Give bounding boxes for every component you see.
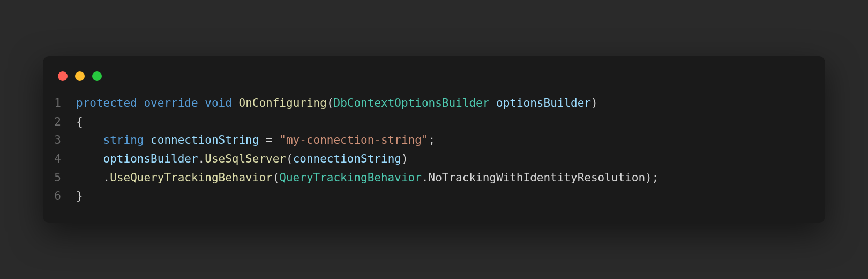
code-line: 2 { xyxy=(43,113,825,131)
window-titlebar xyxy=(43,71,825,94)
line-number: 3 xyxy=(43,131,76,150)
line-number: 5 xyxy=(43,168,76,187)
code-line: 5 .UseQueryTrackingBehavior(QueryTrackin… xyxy=(43,168,825,187)
code-line: 6 } xyxy=(43,187,825,205)
code-window: 1 protected override void OnConfiguring(… xyxy=(43,56,825,223)
code-content: { xyxy=(76,113,825,131)
minimize-icon[interactable] xyxy=(75,71,85,81)
code-area: 1 protected override void OnConfiguring(… xyxy=(43,94,825,205)
maximize-icon[interactable] xyxy=(92,71,102,81)
close-icon[interactable] xyxy=(58,71,68,81)
code-content: } xyxy=(76,187,825,205)
line-number: 6 xyxy=(43,187,76,205)
code-content: protected override void OnConfiguring(Db… xyxy=(76,94,825,113)
code-line: 4 optionsBuilder.UseSqlServer(connection… xyxy=(43,150,825,168)
code-line: 3 string connectionString = "my-connecti… xyxy=(43,131,825,150)
code-content: string connectionString = "my-connection… xyxy=(76,131,825,150)
code-line: 1 protected override void OnConfiguring(… xyxy=(43,94,825,113)
line-number: 1 xyxy=(43,94,76,113)
code-content: .UseQueryTrackingBehavior(QueryTrackingB… xyxy=(76,168,825,187)
line-number: 2 xyxy=(43,113,76,131)
line-number: 4 xyxy=(43,150,76,168)
code-content: optionsBuilder.UseSqlServer(connectionSt… xyxy=(76,150,825,168)
